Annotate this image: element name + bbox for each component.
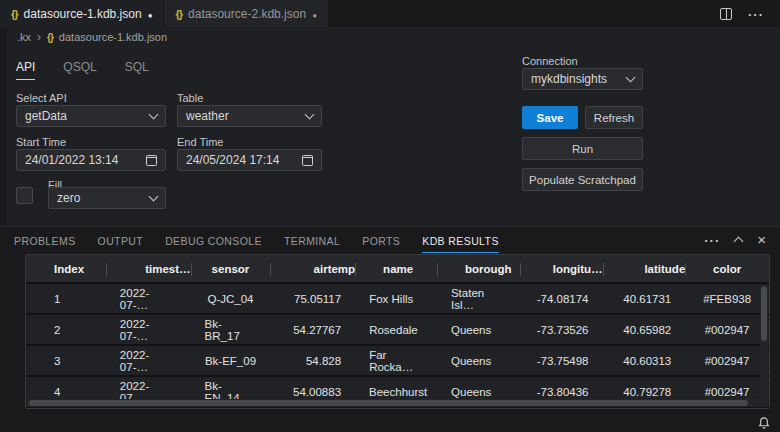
table-cell: 40.60313: [602, 346, 685, 375]
column-header[interactable]: sensor: [191, 255, 271, 282]
split-editor-icon[interactable]: [720, 8, 732, 20]
calendar-icon[interactable]: [146, 155, 157, 166]
table-cell: Queens: [437, 315, 520, 344]
tab-ports[interactable]: PORTS: [362, 235, 400, 253]
tab-sql[interactable]: SQL: [125, 60, 149, 80]
connection-value: mykdbinsights: [531, 72, 607, 86]
select-api-dropdown[interactable]: getData: [16, 105, 166, 127]
fill-checkbox[interactable]: [16, 187, 33, 204]
tab-api[interactable]: API: [16, 60, 35, 80]
connection-label: Connection: [522, 55, 578, 67]
column-header[interactable]: airtemp: [270, 255, 355, 282]
calendar-icon[interactable]: [302, 155, 313, 166]
breadcrumb-root[interactable]: .kx: [17, 31, 31, 43]
fill-dropdown[interactable]: zero: [48, 187, 166, 209]
close-panel-icon[interactable]: [757, 231, 766, 249]
vscode-window: {} datasource-1.kdb.json {} datasource-2…: [0, 0, 780, 432]
column-header[interactable]: latitude: [603, 255, 686, 282]
scrollbar-thumb[interactable]: [29, 400, 748, 406]
grid-horizontal-scrollbar[interactable]: [27, 399, 768, 407]
table-cell: Fox Hills: [355, 284, 437, 313]
table-cell: Bk-BR_17: [191, 315, 271, 344]
panel-more-actions-icon[interactable]: [704, 231, 720, 249]
column-header[interactable]: Index: [26, 255, 106, 282]
table-cell: 40.65982: [602, 315, 685, 344]
connection-dropdown[interactable]: mykdbinsights: [522, 68, 643, 90]
column-header[interactable]: borough: [437, 255, 520, 282]
end-time-label: End Time: [177, 136, 223, 148]
run-button[interactable]: Run: [522, 137, 643, 160]
table-cell: Rosedale: [355, 315, 437, 344]
table-cell: 3: [26, 346, 106, 375]
query-type-tabs: API QSQL SQL: [16, 60, 149, 80]
start-time-input[interactable]: 24/01/2022 13:14: [16, 149, 166, 171]
tab-kdb-results[interactable]: KDB RESULTS: [422, 235, 499, 253]
start-time-label: Start Time: [16, 136, 66, 148]
tab-debug-console[interactable]: DEBUG CONSOLE: [165, 235, 262, 253]
editor-tab-label: datasource-2.kdb.json: [188, 7, 306, 21]
fill-value: zero: [57, 191, 80, 205]
scrollbar-thumb[interactable]: [761, 286, 767, 341]
refresh-button[interactable]: Refresh: [585, 106, 643, 129]
table-cell: -73.73526: [520, 315, 603, 344]
results-header-row: Indextimest…sensorairtempnameboroughlong…: [26, 255, 769, 284]
tab-output[interactable]: OUTPUT: [98, 235, 144, 253]
end-time-value: 24/05/2024 17:14: [186, 153, 279, 167]
table-cell: 40.61731: [602, 284, 685, 313]
table-cell: #FEB938: [685, 284, 769, 313]
panel-tab-bar: PROBLEMS OUTPUT DEBUG CONSOLE TERMINAL P…: [14, 227, 499, 253]
maximize-panel-icon[interactable]: [734, 237, 744, 247]
table-cell: Far Rocka…: [355, 346, 437, 375]
breadcrumb: .kx {} datasource-1.kdb.json: [7, 27, 780, 47]
table-cell: 2022-07-…: [106, 315, 191, 344]
table-label: Table: [177, 92, 203, 104]
table-row[interactable]: 22022-07-…Bk-BR_1754.27767RosedaleQueens…: [26, 315, 769, 346]
results-grid: Indextimest…sensorairtempnameboroughlong…: [25, 254, 770, 409]
chevron-down-icon: [626, 72, 636, 82]
editor-tab-datasource-1[interactable]: {} datasource-1.kdb.json: [0, 0, 163, 27]
breadcrumb-file[interactable]: datasource-1.kdb.json: [59, 31, 167, 43]
table-cell: Queens: [437, 346, 520, 375]
select-api-label: Select API: [16, 92, 67, 104]
table-cell: -73.75498: [520, 346, 603, 375]
start-time-value: 24/01/2022 13:14: [25, 153, 118, 167]
table-cell: 2: [26, 315, 106, 344]
tab-qsql[interactable]: QSQL: [63, 60, 96, 80]
modified-dot-icon[interactable]: [148, 7, 153, 21]
json-file-icon: {}: [175, 8, 182, 20]
modified-dot-icon[interactable]: [312, 7, 317, 21]
select-api-value: getData: [25, 109, 67, 123]
editor-tab-label: datasource-1.kdb.json: [24, 7, 142, 21]
table-dropdown[interactable]: weather: [177, 105, 322, 127]
tab-terminal[interactable]: TERMINAL: [284, 235, 340, 253]
populate-scratchpad-button[interactable]: Populate Scratchpad: [522, 168, 643, 191]
breadcrumb-separator-icon: [37, 30, 41, 44]
table-cell: 75.05117: [270, 284, 355, 313]
table-cell: Q-JC_04: [191, 284, 271, 313]
tab-problems[interactable]: PROBLEMS: [14, 235, 76, 253]
table-cell: Bk-EF_09: [191, 346, 271, 375]
json-file-icon: {}: [11, 8, 18, 20]
column-header[interactable]: timest…: [106, 255, 191, 282]
datasource-editor: API QSQL SQL Select API getData Table we…: [7, 47, 780, 226]
grid-vertical-scrollbar[interactable]: [760, 286, 768, 397]
bottom-panel: PROBLEMS OUTPUT DEBUG CONSOLE TERMINAL P…: [0, 226, 780, 432]
table-cell: #002947: [685, 346, 769, 375]
table-cell: -74.08174: [520, 284, 603, 313]
column-header[interactable]: color: [685, 255, 769, 282]
save-button[interactable]: Save: [522, 106, 578, 129]
column-header[interactable]: longitu…: [520, 255, 603, 282]
more-actions-icon[interactable]: [748, 5, 764, 23]
results-body: 12022-07-…Q-JC_0475.05117Fox HillsStaten…: [26, 284, 769, 408]
panel-actions: [704, 227, 766, 253]
notifications-bell-icon[interactable]: [757, 416, 771, 430]
end-time-input[interactable]: 24/05/2024 17:14: [177, 149, 322, 171]
editor-tab-datasource-2[interactable]: {} datasource-2.kdb.json: [163, 0, 327, 27]
table-row[interactable]: 12022-07-…Q-JC_0475.05117Fox HillsStaten…: [26, 284, 769, 315]
column-header[interactable]: name: [355, 255, 437, 282]
table-cell: 2022-07-…: [106, 284, 191, 313]
table-cell: 1: [26, 284, 106, 313]
table-row[interactable]: 32022-07-…Bk-EF_0954.828Far Rocka…Queens…: [26, 346, 769, 377]
table-value: weather: [186, 109, 229, 123]
json-file-icon: {}: [47, 32, 53, 43]
